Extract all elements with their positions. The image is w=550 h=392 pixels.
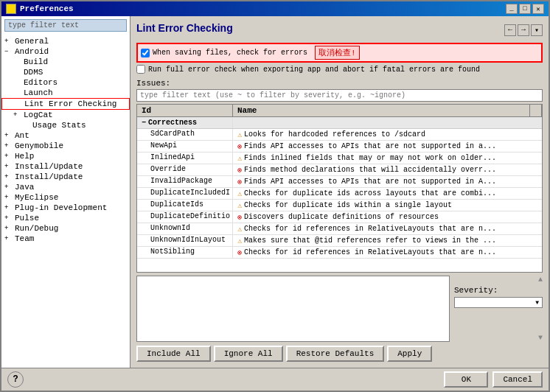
detail-box <box>136 276 450 342</box>
sidebar-item-launch[interactable]: Launch <box>1 88 130 98</box>
panel-title: Lint Error Checking <box>136 22 233 34</box>
ok-button[interactable]: OK <box>444 371 488 388</box>
error-icon: ⊗ <box>237 178 242 186</box>
sidebar-item-java[interactable]: + Java <box>1 182 130 192</box>
apply-button[interactable]: Apply <box>387 346 432 362</box>
expand-icon: + <box>4 163 13 170</box>
help-button[interactable]: ? <box>7 371 24 388</box>
sidebar-item-install-update-1[interactable]: + Install/Update <box>1 161 130 172</box>
expand-icon: + <box>4 132 13 139</box>
sidebar-item-label: Java <box>15 183 34 192</box>
sidebar-item-build[interactable]: Build <box>1 57 130 67</box>
issues-label: Issues: <box>136 79 543 88</box>
table-row[interactable]: DuplicateIncludedI ⚠ Checks for duplicat… <box>137 188 542 200</box>
cancel-button[interactable]: Cancel <box>492 371 543 388</box>
sidebar-item-label: Plug-in Development <box>15 203 107 212</box>
dropdown-arrow-icon: ▼ <box>535 299 539 306</box>
row-id: InlinedApi <box>137 153 233 164</box>
maximize-button[interactable]: □ <box>519 4 531 14</box>
table-row[interactable]: Override ⊗ Finds method declarations tha… <box>137 164 542 176</box>
table-row[interactable]: SdCardPath ⚠ Looks for hardcoded referen… <box>137 129 542 141</box>
warn-icon: ⚠ <box>237 154 242 163</box>
expand-icon: + <box>4 38 13 45</box>
sidebar-item-label: Help <box>15 152 34 161</box>
window-title: Preferences <box>20 4 74 13</box>
sidebar-item-lint-error-checking[interactable]: Lint Error Checking <box>1 98 130 110</box>
action-buttons-row: Include All Ignore All Restore Defaults … <box>136 346 543 362</box>
main-content: + General − Android Build DDMS <box>1 16 549 368</box>
sidebar-item-run-debug[interactable]: + Run/Debug <box>1 223 130 234</box>
save-check-checkbox[interactable] <box>141 49 150 57</box>
table-row[interactable]: InvalidPackage ⊗ Finds API accesses to A… <box>137 176 542 188</box>
table-row[interactable]: UnknownId ⚠ Checks for id references in … <box>137 223 542 235</box>
issues-filter-input[interactable] <box>136 89 543 102</box>
nav-back-button[interactable]: ← <box>504 24 516 36</box>
error-icon: ⊗ <box>237 213 242 222</box>
row-name: ⊗ Finds API accesses to APIs that are no… <box>233 176 542 187</box>
warn-icon: ⚠ <box>237 130 242 139</box>
app-icon <box>6 4 16 14</box>
nav-forward-button[interactable]: → <box>518 24 529 36</box>
warn-icon: ⚠ <box>237 237 242 245</box>
severity-dropdown[interactable]: ▼ <box>454 297 543 308</box>
error-icon: ⊗ <box>237 166 242 175</box>
col-id-header: Id <box>137 105 233 116</box>
warn-icon: ⚠ <box>237 189 242 198</box>
sidebar-item-ant[interactable]: + Ant <box>1 130 130 141</box>
sidebar-item-pulse[interactable]: + Pulse <box>1 213 130 223</box>
sidebar-item-android[interactable]: − Android <box>1 46 130 57</box>
nav-dropdown-button[interactable]: ▾ <box>531 24 543 36</box>
row-name: ⚠ Looks for hardcoded references to /sdc… <box>233 129 542 140</box>
tree-filter-input[interactable] <box>4 19 127 32</box>
sidebar-item-label: Run/Debug <box>15 224 58 233</box>
table-row[interactable]: UnknownIdInLayout ⚠ Makes sure that @tid… <box>137 235 542 247</box>
row-id: Override <box>137 164 233 175</box>
title-bar: Preferences _ □ ✕ <box>1 1 549 16</box>
sidebar-item-team[interactable]: + Team <box>1 234 130 244</box>
include-all-button[interactable]: Include All <box>136 346 211 362</box>
table-row[interactable]: DuplicateIds ⚠ Checks for duplicate ids … <box>137 200 542 211</box>
export-check-row: Run full error check when exporting app … <box>136 65 543 74</box>
table-row[interactable]: NewApi ⊗ Finds API accesses to APIs that… <box>137 141 542 153</box>
sidebar-item-install-update-2[interactable]: + Install/Update <box>1 172 130 182</box>
save-check-row: When saving files, check for errors 取消检查… <box>136 43 543 63</box>
title-controls: _ □ ✕ <box>506 4 544 14</box>
nav-arrows: ← → ▾ <box>504 24 543 36</box>
table-row[interactable]: NotSibling ⊗ Checks for id references in… <box>137 247 542 259</box>
section-correctness-name <box>233 117 542 128</box>
minimize-button[interactable]: _ <box>506 4 518 14</box>
preference-tree: + General − Android Build DDMS <box>1 35 130 368</box>
sidebar-item-help[interactable]: + Help <box>1 151 130 161</box>
section-correctness-label: − Correctness <box>137 117 233 128</box>
row-name: ⚠ Checks for id references in RelativeLa… <box>233 223 542 234</box>
expand-icon: + <box>4 214 13 222</box>
table-row[interactable]: DuplicateDefinitio ⊗ Discovers duplicate… <box>137 211 542 223</box>
restore-defaults-button[interactable]: Restore Defaults <box>286 346 385 362</box>
sidebar-item-plugin-dev[interactable]: + Plug-in Development <box>1 203 130 213</box>
ignore-all-button[interactable]: Ignore All <box>214 346 283 362</box>
dialog-buttons: OK Cancel <box>444 371 543 388</box>
sidebar-item-ddms[interactable]: DDMS <box>1 67 130 77</box>
row-id: NewApi <box>137 141 233 152</box>
close-button[interactable]: ✕ <box>532 4 544 14</box>
row-id: NotSibling <box>137 247 233 258</box>
sidebar-item-genymobile[interactable]: + Genymobile <box>1 141 130 151</box>
row-name: ⚠ Checks for duplicate ids within a sing… <box>233 200 542 211</box>
table-header: Id Name <box>137 105 542 117</box>
warn-icon: ⚠ <box>237 201 242 210</box>
sidebar-item-editors[interactable]: Editors <box>1 77 130 88</box>
row-name: ⊗ Checks for id references in RelativeLa… <box>233 247 542 258</box>
col-name-header: Name <box>233 105 530 116</box>
severity-box: ▲ Severity: ▼ ▼ <box>454 276 543 342</box>
sidebar-item-logcat[interactable]: + LogCat <box>1 110 130 120</box>
table-row[interactable]: InlinedApi ⚠ Finds inlined fields that m… <box>137 153 542 164</box>
row-name: ⊗ Discovers duplicate definitions of res… <box>233 211 542 223</box>
severity-label: Severity: <box>454 286 543 295</box>
sidebar-item-usage-stats[interactable]: Usage Stats <box>1 120 130 130</box>
sidebar-item-label: Install/Update <box>15 162 83 171</box>
cancel-check-button[interactable]: 取消检查! <box>315 46 360 60</box>
sidebar-item-general[interactable]: + General <box>1 36 130 46</box>
export-check-checkbox[interactable] <box>136 65 145 74</box>
issues-table: Id Name − Correctness SdC <box>136 104 543 273</box>
sidebar-item-myeclipse[interactable]: + MyEclipse <box>1 192 130 203</box>
